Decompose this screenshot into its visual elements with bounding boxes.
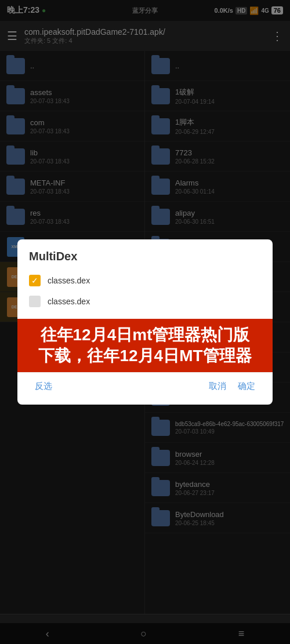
multidex-dialog: MultiDex ✓ classes.dex classes.dex 往年12月…	[17, 239, 273, 405]
checkbox-row-2[interactable]: classes.dex	[29, 291, 261, 312]
reverse-select-button[interactable]: 反选	[29, 377, 58, 395]
action-right-group: 取消 确定	[203, 377, 261, 395]
confirm-button[interactable]: 确定	[238, 381, 255, 392]
checkbox-row-1[interactable]: ✓ classes.dex	[29, 270, 261, 291]
dialog-title: MultiDex	[17, 239, 273, 268]
dialog-actions: 反选 取消 确定	[17, 372, 273, 405]
checkbox-2[interactable]	[29, 296, 41, 307]
dialog-overlay: MultiDex ✓ classes.dex classes.dex 往年12月…	[0, 0, 290, 644]
checkbox-1[interactable]: ✓	[29, 275, 41, 286]
checkbox-label-1: classes.dex	[48, 276, 90, 285]
dialog-content: ✓ classes.dex classes.dex	[17, 268, 273, 319]
cancel-button[interactable]: 取消	[209, 381, 226, 392]
checkbox-label-2: classes.dex	[48, 297, 90, 306]
banner-text: 往年12月4日mt管理器热门版 下载，往年12月4日MT管理器	[27, 325, 263, 367]
